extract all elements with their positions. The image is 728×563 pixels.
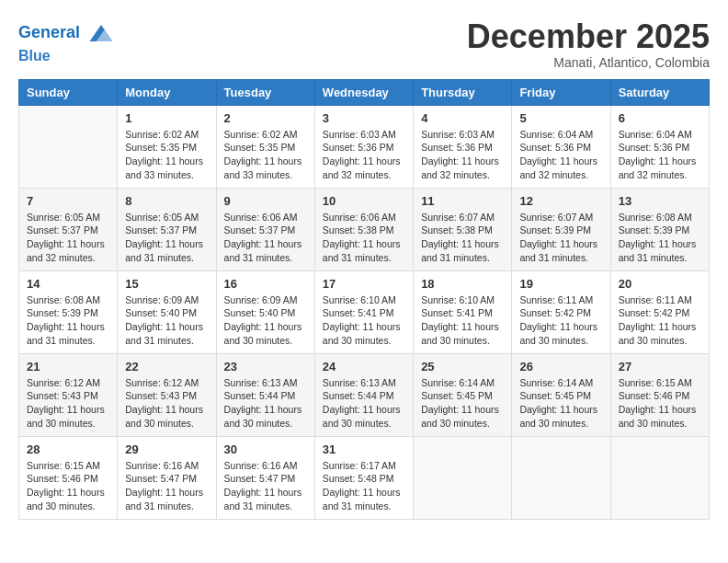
day-number: 14 xyxy=(27,277,109,291)
day-number: 9 xyxy=(224,194,307,208)
day-info: Sunrise: 6:08 AMSunset: 5:39 PMDaylight:… xyxy=(27,293,109,348)
title-block: December 2025 Manati, Atlantico, Colombi… xyxy=(467,18,710,70)
calendar-week-3: 14Sunrise: 6:08 AMSunset: 5:39 PMDayligh… xyxy=(19,270,710,353)
weekday-header-saturday: Saturday xyxy=(610,79,709,105)
calendar-table: SundayMondayTuesdayWednesdayThursdayFrid… xyxy=(18,79,710,520)
day-info: Sunrise: 6:07 AMSunset: 5:38 PMDaylight:… xyxy=(421,211,504,265)
day-info: Sunrise: 6:16 AMSunset: 5:47 PMDaylight:… xyxy=(125,459,208,513)
day-number: 16 xyxy=(224,277,307,291)
calendar-cell: 15Sunrise: 6:09 AMSunset: 5:40 PMDayligh… xyxy=(118,270,216,353)
day-number: 20 xyxy=(619,277,701,291)
day-number: 23 xyxy=(224,360,307,373)
day-info: Sunrise: 6:12 AMSunset: 5:43 PMDaylight:… xyxy=(125,376,208,431)
day-number: 13 xyxy=(619,194,701,208)
calendar-cell: 11Sunrise: 6:07 AMSunset: 5:38 PMDayligh… xyxy=(414,188,512,270)
day-info: Sunrise: 6:05 AMSunset: 5:37 PMDaylight:… xyxy=(27,211,109,265)
day-number: 28 xyxy=(27,442,109,456)
calendar-cell: 28Sunrise: 6:15 AMSunset: 5:46 PMDayligh… xyxy=(19,436,118,519)
calendar-cell: 2Sunrise: 6:02 AMSunset: 5:35 PMDaylight… xyxy=(216,105,314,188)
calendar-cell: 23Sunrise: 6:13 AMSunset: 5:44 PMDayligh… xyxy=(216,353,314,436)
day-info: Sunrise: 6:03 AMSunset: 5:36 PMDaylight:… xyxy=(323,128,405,182)
day-number: 22 xyxy=(125,360,208,373)
calendar-cell xyxy=(414,436,512,519)
day-number: 18 xyxy=(421,277,504,291)
day-info: Sunrise: 6:11 AMSunset: 5:42 PMDaylight:… xyxy=(619,293,701,348)
day-info: Sunrise: 6:08 AMSunset: 5:39 PMDaylight:… xyxy=(619,211,701,265)
calendar-cell: 3Sunrise: 6:03 AMSunset: 5:36 PMDaylight… xyxy=(314,105,413,188)
calendar-week-4: 21Sunrise: 6:12 AMSunset: 5:43 PMDayligh… xyxy=(19,353,710,436)
calendar-cell: 16Sunrise: 6:09 AMSunset: 5:40 PMDayligh… xyxy=(216,270,314,353)
calendar-cell: 14Sunrise: 6:08 AMSunset: 5:39 PMDayligh… xyxy=(19,270,118,353)
day-info: Sunrise: 6:10 AMSunset: 5:41 PMDaylight:… xyxy=(421,293,504,348)
calendar-cell: 18Sunrise: 6:10 AMSunset: 5:41 PMDayligh… xyxy=(414,270,512,353)
calendar-cell: 12Sunrise: 6:07 AMSunset: 5:39 PMDayligh… xyxy=(512,188,610,270)
calendar-cell: 31Sunrise: 6:17 AMSunset: 5:48 PMDayligh… xyxy=(314,436,413,519)
calendar-cell: 8Sunrise: 6:05 AMSunset: 5:37 PMDaylight… xyxy=(118,188,216,270)
calendar-cell: 5Sunrise: 6:04 AMSunset: 5:36 PMDaylight… xyxy=(512,105,610,188)
day-info: Sunrise: 6:09 AMSunset: 5:40 PMDaylight:… xyxy=(224,293,307,348)
day-info: Sunrise: 6:10 AMSunset: 5:41 PMDaylight:… xyxy=(323,293,405,348)
day-number: 30 xyxy=(224,442,307,456)
day-info: Sunrise: 6:13 AMSunset: 5:44 PMDaylight:… xyxy=(224,376,307,431)
day-number: 10 xyxy=(323,194,405,208)
calendar-cell: 21Sunrise: 6:12 AMSunset: 5:43 PMDayligh… xyxy=(19,353,118,436)
day-info: Sunrise: 6:06 AMSunset: 5:38 PMDaylight:… xyxy=(323,211,405,265)
weekday-header-thursday: Thursday xyxy=(414,79,512,105)
month-title: December 2025 xyxy=(467,18,710,55)
calendar-cell: 6Sunrise: 6:04 AMSunset: 5:36 PMDaylight… xyxy=(610,105,709,188)
day-number: 31 xyxy=(323,442,405,456)
day-info: Sunrise: 6:05 AMSunset: 5:37 PMDaylight:… xyxy=(125,211,208,265)
day-number: 5 xyxy=(519,111,602,125)
day-info: Sunrise: 6:16 AMSunset: 5:47 PMDaylight:… xyxy=(224,459,307,513)
day-number: 21 xyxy=(27,360,109,373)
day-info: Sunrise: 6:15 AMSunset: 5:46 PMDaylight:… xyxy=(27,459,109,513)
calendar-cell: 9Sunrise: 6:06 AMSunset: 5:37 PMDaylight… xyxy=(216,188,314,270)
day-number: 8 xyxy=(125,194,208,208)
day-info: Sunrise: 6:12 AMSunset: 5:43 PMDaylight:… xyxy=(27,376,109,431)
day-number: 15 xyxy=(125,277,208,291)
logo-text: General xyxy=(18,18,116,48)
day-number: 27 xyxy=(619,360,701,373)
day-info: Sunrise: 6:13 AMSunset: 5:44 PMDaylight:… xyxy=(323,376,405,431)
page-header: General Blue December 2025 Manati, Atlan… xyxy=(18,18,710,70)
day-info: Sunrise: 6:04 AMSunset: 5:36 PMDaylight:… xyxy=(619,128,701,182)
day-number: 4 xyxy=(421,111,504,125)
day-number: 3 xyxy=(323,111,405,125)
day-info: Sunrise: 6:03 AMSunset: 5:36 PMDaylight:… xyxy=(421,128,504,182)
calendar-week-1: 1Sunrise: 6:02 AMSunset: 5:35 PMDaylight… xyxy=(19,105,710,188)
weekday-header-tuesday: Tuesday xyxy=(216,79,314,105)
calendar-cell: 26Sunrise: 6:14 AMSunset: 5:45 PMDayligh… xyxy=(512,353,610,436)
day-number: 2 xyxy=(224,111,307,125)
day-number: 29 xyxy=(125,442,208,456)
day-info: Sunrise: 6:02 AMSunset: 5:35 PMDaylight:… xyxy=(224,128,307,182)
weekday-header-sunday: Sunday xyxy=(19,79,118,105)
day-number: 11 xyxy=(421,194,504,208)
calendar-cell: 30Sunrise: 6:16 AMSunset: 5:47 PMDayligh… xyxy=(216,436,314,519)
day-info: Sunrise: 6:14 AMSunset: 5:45 PMDaylight:… xyxy=(421,376,504,431)
calendar-cell: 29Sunrise: 6:16 AMSunset: 5:47 PMDayligh… xyxy=(118,436,216,519)
calendar-cell: 24Sunrise: 6:13 AMSunset: 5:44 PMDayligh… xyxy=(314,353,413,436)
day-number: 1 xyxy=(125,111,208,125)
calendar-cell: 27Sunrise: 6:15 AMSunset: 5:46 PMDayligh… xyxy=(610,353,709,436)
calendar-cell: 19Sunrise: 6:11 AMSunset: 5:42 PMDayligh… xyxy=(512,270,610,353)
day-info: Sunrise: 6:07 AMSunset: 5:39 PMDaylight:… xyxy=(519,211,602,265)
calendar-header-row: SundayMondayTuesdayWednesdayThursdayFrid… xyxy=(19,79,710,105)
calendar-cell xyxy=(512,436,610,519)
day-info: Sunrise: 6:17 AMSunset: 5:48 PMDaylight:… xyxy=(323,459,405,513)
calendar-week-2: 7Sunrise: 6:05 AMSunset: 5:37 PMDaylight… xyxy=(19,188,710,270)
day-number: 19 xyxy=(519,277,602,291)
calendar-cell xyxy=(19,105,118,188)
day-number: 24 xyxy=(323,360,405,373)
day-info: Sunrise: 6:15 AMSunset: 5:46 PMDaylight:… xyxy=(619,376,701,431)
calendar-cell: 1Sunrise: 6:02 AMSunset: 5:35 PMDaylight… xyxy=(118,105,216,188)
calendar-cell: 7Sunrise: 6:05 AMSunset: 5:37 PMDaylight… xyxy=(19,188,118,270)
day-number: 12 xyxy=(519,194,602,208)
weekday-header-wednesday: Wednesday xyxy=(314,79,413,105)
calendar-cell: 25Sunrise: 6:14 AMSunset: 5:45 PMDayligh… xyxy=(414,353,512,436)
logo-blue: Blue xyxy=(18,48,116,64)
day-info: Sunrise: 6:04 AMSunset: 5:36 PMDaylight:… xyxy=(519,128,602,182)
day-number: 7 xyxy=(27,194,109,208)
calendar-cell: 17Sunrise: 6:10 AMSunset: 5:41 PMDayligh… xyxy=(314,270,413,353)
weekday-header-monday: Monday xyxy=(118,79,216,105)
day-info: Sunrise: 6:11 AMSunset: 5:42 PMDaylight:… xyxy=(519,293,602,348)
